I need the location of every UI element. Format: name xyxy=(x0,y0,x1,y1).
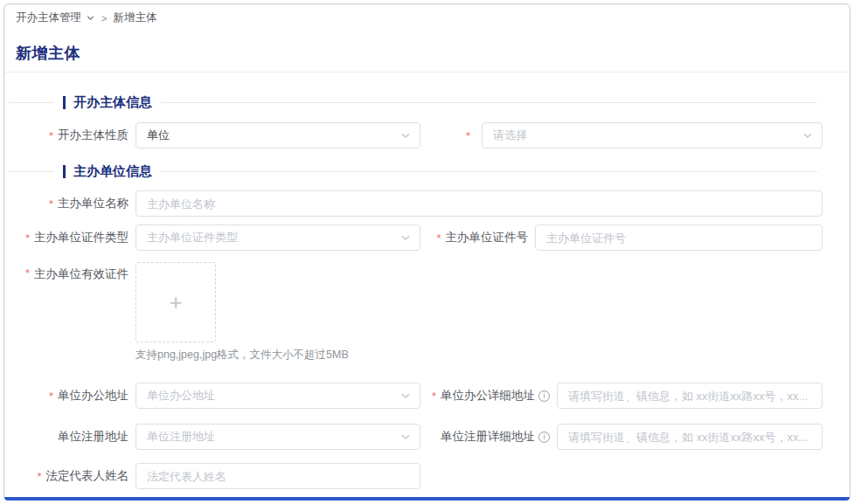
field-reg-addr: 单位注册地址 单位注册地址 xyxy=(135,424,420,450)
info-icon[interactable]: i xyxy=(538,390,550,402)
plus-icon: + xyxy=(169,291,182,314)
legal-name-label: * 法定代表人姓名 xyxy=(37,463,135,489)
title-divider xyxy=(4,72,850,72)
required-mark: * xyxy=(436,231,441,245)
required-mark: * xyxy=(25,266,30,280)
field-cert-type: * 主办单位证件类型 主办单位证件类型 xyxy=(135,224,420,251)
subject-nature-value: 单位 xyxy=(147,128,170,143)
section-header-org-info: 主办单位信息 xyxy=(9,164,817,178)
subject-type-placeholder: 请选择 xyxy=(493,128,527,143)
chevron-down-icon xyxy=(400,432,411,442)
cert-file-label: * 主办单位有效证件 xyxy=(25,262,135,293)
section-title: 开办主体信息 xyxy=(73,94,152,111)
cert-type-select[interactable]: 主办单位证件类型 xyxy=(135,224,420,251)
field-cert-no: * 主办单位证件号 xyxy=(535,224,823,251)
cert-type-label: * 主办单位证件类型 xyxy=(25,224,135,251)
info-icon[interactable]: i xyxy=(538,432,550,443)
field-cert-file: * 主办单位有效证件 + xyxy=(135,262,216,342)
office-addr-placeholder: 单位办公地址 xyxy=(147,388,215,404)
required-mark: * xyxy=(25,231,30,245)
office-detail-label: * 单位办公详细地址 i xyxy=(432,383,557,409)
reg-detail-label: 单位注册详细地址 i xyxy=(441,424,557,450)
org-name-label: * 主办单位名称 xyxy=(49,190,135,217)
reg-addr-label: 单位注册地址 xyxy=(58,424,135,450)
section-accent-bar xyxy=(63,165,66,178)
cert-no-label: * 主办单位证件号 xyxy=(436,224,535,251)
field-legal-name: * 法定代表人姓名 xyxy=(135,463,420,489)
breadcrumb-root-link[interactable]: 开办主体管理 xyxy=(16,10,81,25)
field-office-detail: * 单位办公详细地址 i xyxy=(557,383,823,409)
cert-no-input[interactable] xyxy=(535,224,823,251)
section-accent-bar xyxy=(63,96,66,109)
field-subject-nature: * 开办主体性质 单位 xyxy=(135,122,420,148)
office-detail-input[interactable] xyxy=(557,383,823,409)
section-header-subject-info: 开办主体信息 xyxy=(9,95,817,109)
reg-addr-placeholder: 单位注册地址 xyxy=(147,429,215,445)
reg-detail-input[interactable] xyxy=(557,424,823,450)
subject-nature-label: * 开办主体性质 xyxy=(49,122,135,148)
chevron-down-icon xyxy=(400,130,411,141)
field-org-name: * 主办单位名称 xyxy=(135,190,823,217)
subject-type-label: * xyxy=(466,122,482,148)
org-name-input[interactable] xyxy=(135,190,823,217)
office-addr-select[interactable]: 单位办公地址 xyxy=(135,383,420,409)
required-mark: * xyxy=(49,390,53,403)
bottom-accent-bar xyxy=(4,497,850,501)
chevron-down-icon xyxy=(400,390,411,401)
required-mark: * xyxy=(49,197,53,211)
chevron-down-icon[interactable] xyxy=(86,13,95,23)
field-subject-type: * 请选择 xyxy=(482,122,823,148)
section-title: 主办单位信息 xyxy=(73,163,152,180)
required-mark: * xyxy=(37,470,41,483)
reg-addr-select[interactable]: 单位注册地址 xyxy=(135,424,420,450)
page-title: 新增主体 xyxy=(16,43,80,64)
required-mark: * xyxy=(466,129,470,142)
chevron-down-icon xyxy=(400,232,411,243)
required-mark: * xyxy=(49,129,53,142)
breadcrumb-current: 新增主体 xyxy=(113,10,156,25)
field-office-addr: * 单位办公地址 单位办公地址 xyxy=(135,383,420,409)
breadcrumb-separator: > xyxy=(101,13,107,24)
legal-name-input[interactable] xyxy=(135,463,420,489)
subject-type-select[interactable]: 请选择 xyxy=(482,122,823,148)
chevron-down-icon xyxy=(802,130,813,141)
subject-nature-select[interactable]: 单位 xyxy=(135,122,420,148)
upload-dropzone[interactable]: + xyxy=(135,262,216,342)
cert-type-placeholder: 主办单位证件类型 xyxy=(147,230,238,245)
field-reg-detail: 单位注册详细地址 i xyxy=(557,424,823,450)
office-addr-label: * 单位办公地址 xyxy=(49,383,135,409)
breadcrumb: 开办主体管理 > 新增主体 xyxy=(16,10,156,25)
required-mark: * xyxy=(432,390,436,403)
upload-hint: 支持png,jpeg,jpg格式，文件大小不超过5MB xyxy=(135,348,349,362)
